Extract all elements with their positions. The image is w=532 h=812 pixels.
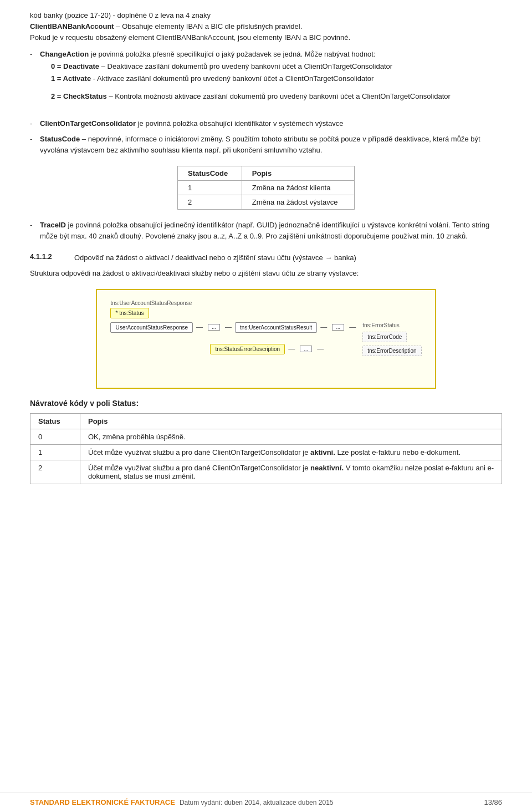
cot-label: ClientOnTargetConsolidator — [40, 119, 136, 128]
diag-arrow-5: — — [288, 345, 295, 353]
status-table-header-1: Popis — [242, 166, 354, 181]
big-row0-popis: OK, změna proběhla úspěšně. — [80, 429, 502, 444]
diag-right-block: tns:ErrorStatus tns:ErrorCode tns:ErrorD… — [362, 322, 421, 356]
diag-outer: UserAccountStatusResponse — ... — tns:Us… — [110, 322, 421, 361]
intro-line1: kód banky (pozice 17-20) - doplněné 0 z … — [30, 10, 502, 21]
structure-text: Struktura odpovědi na žádost o aktivaci/… — [30, 268, 502, 279]
section-title: Odpověď na žádost o aktivaci / deaktivac… — [74, 252, 356, 263]
big-row0-status: 0 — [30, 429, 80, 444]
page-content: kód banky (pozice 17-20) - doplněné 0 z … — [0, 0, 532, 527]
ca-item-0: 0 = Deactivate – Deaktivace zasílání dok… — [51, 60, 502, 73]
big-row1-aktivni: aktivní. — [310, 448, 335, 456]
ca-rest-0: – Deaktivace zasílání dokumentů pro uved… — [99, 62, 392, 70]
diag-arrow-4: — — [349, 323, 356, 331]
diagram-wrap: tns:UserAccountStatusResponse * tns:Stat… — [30, 289, 502, 389]
change-action-content: ChangeAction je povinná položka přesně s… — [40, 49, 502, 108]
status-table-row1-col0: 2 — [178, 195, 242, 210]
diag-connector-3: ... — [300, 346, 312, 352]
diag-chain-bottom: tns:StatusErrorDescription — ... — — [210, 344, 358, 354]
diag-error-desc: tns:ErrorDescription — [362, 346, 421, 356]
nav-kody-heading: Návratové kódy v poli Status: — [30, 399, 502, 408]
ca-rest-1: - Aktivace zasílání dokumentů pro uveden… — [91, 74, 374, 83]
table-row: 1 Účet může využívat službu a pro dané C… — [30, 444, 502, 460]
diag-arrow-3: — — [320, 323, 327, 331]
status-code-table: StatusCode Popis 1 Změna na žádost klien… — [177, 166, 355, 210]
table-row: 1 Změna na žádost klienta — [178, 181, 355, 195]
diagram-box: tns:UserAccountStatusResponse * tns:Stat… — [96, 289, 436, 389]
footer-center: Datum vydání: duben 2014, aktualizace du… — [180, 799, 480, 806]
diag-arrow-2: — — [225, 323, 232, 331]
diag-connector-1: ... — [208, 324, 220, 331]
ca-rest-2: – Kontrola možnosti aktivace zasílání do… — [107, 92, 451, 100]
statuscode-content: StatusCode – nepovinné, informace o inic… — [40, 134, 502, 156]
big-table-header-0: Status — [30, 413, 80, 429]
footer-right: 13/86 — [484, 798, 502, 806]
diag-node-uar: UserAccountStatusResponse — [110, 322, 193, 333]
footer-left: STANDARD ELEKTRONICKÉ FAKTURACE — [30, 798, 175, 806]
statuscode-bullet: - StatusCode – nepovinné, informace o in… — [30, 134, 502, 156]
diag-top-label: tns:UserAccountStatusResponse — [110, 300, 421, 306]
big-row2-status: 2 — [30, 460, 80, 484]
diag-error-status-label: tns:ErrorStatus — [362, 322, 421, 328]
ca-value-1: 1 = Activate — [51, 74, 91, 83]
diag-node-uasr: tns:UserAccountStatusResult — [235, 322, 317, 333]
diag-error-code: tns:ErrorCode — [362, 332, 407, 342]
diag-connector-2: ... — [332, 324, 344, 331]
bullet-dash-1: - — [30, 49, 40, 108]
traceid-rest: je povinná položka obsahující jedinečný … — [40, 221, 489, 240]
table-row: 2 Účet může využívat službu a pro dané C… — [30, 460, 502, 484]
bullet-dash-3: - — [30, 134, 40, 156]
traceid-label: TraceID — [40, 221, 66, 229]
hodnot-prefix: Může nabývat hodnot: — [305, 50, 376, 58]
big-row1-status: 1 — [30, 444, 80, 460]
cot-rest: je povinná položka obsahující identifiká… — [136, 119, 343, 128]
status-table-row1-col1: Změna na žádost výstavce — [242, 195, 354, 210]
cot-bullet: - ClientOnTargetConsolidator je povinná … — [30, 118, 502, 129]
change-action-desc: je povinná položka přesně specifikující … — [89, 50, 303, 58]
section-num: 4.1.1.2 — [30, 252, 61, 261]
diag-chain-top: UserAccountStatusResponse — ... — tns:Us… — [110, 322, 358, 333]
diag-node-sed: tns:StatusErrorDescription — [210, 344, 285, 354]
big-table-wrap: Status Popis 0 OK, změna proběhla úspěšn… — [30, 413, 502, 484]
bullet-dash-4: - — [30, 220, 40, 242]
intro-line3: Pokud je v requestu obsažený element Cli… — [30, 32, 502, 43]
status-table-row0-col1: Změna na žádost klienta — [242, 181, 354, 195]
big-row1-popis: Účet může využívat službu a pro dané Cli… — [80, 444, 502, 460]
footer: STANDARD ELEKTRONICKÉ FAKTURACE Datum vy… — [0, 792, 532, 812]
status-table-header-0: StatusCode — [178, 166, 242, 181]
diag-error-desc-row: tns:ErrorDescription — [362, 346, 421, 356]
change-action-bullet: - ChangeAction je povinná položka přesně… — [30, 49, 502, 108]
diag-error-code-row: tns:ErrorCode — [362, 332, 421, 342]
ca-value-0: 0 = Deactivate — [51, 62, 99, 70]
intro-block: kód banky (pozice 17-20) - doplněné 0 z … — [30, 10, 502, 43]
status-table-row0-col0: 1 — [178, 181, 242, 195]
statuscode-rest: – nepovinné, informace o iniciátorovi zm… — [40, 135, 480, 154]
table-row: 0 OK, změna proběhla úspěšně. — [30, 429, 502, 444]
diag-arrow-6: — — [317, 345, 324, 353]
intro-rest: – Obsahuje elementy IBAN a BIC dle přísl… — [114, 22, 303, 31]
intro-bold: ClientIBANBankAccount — [30, 22, 114, 31]
big-table-header-1: Popis — [80, 413, 502, 429]
change-action-label: ChangeAction — [40, 50, 89, 58]
big-row2-popis: Účet může využívat službu a pro dané Cli… — [80, 460, 502, 484]
ca-item-2: 2 = CheckStatus – Kontrola možnosti akti… — [51, 90, 502, 103]
table-row: 2 Změna na žádost výstavce — [178, 195, 355, 210]
bullet-dash-2: - — [30, 118, 40, 129]
traceid-content: TraceID je povinná položka obsahující je… — [40, 220, 502, 242]
cot-content: ClientOnTargetConsolidator je povinná po… — [40, 118, 502, 129]
intro-line2: ClientIBANBankAccount – Obsahuje element… — [30, 21, 502, 32]
section-4112: 4.1.1.2 Odpověď na žádost o aktivaci / d… — [30, 252, 502, 263]
change-action-items: 0 = Deactivate – Deaktivace zasílání dok… — [51, 60, 502, 103]
ca-value-2: 2 = CheckStatus — [51, 92, 107, 100]
ca-item-1: 1 = Activate - Aktivace zasílání dokumen… — [51, 73, 502, 85]
traceid-bullet: - TraceID je povinná položka obsahující … — [30, 220, 502, 242]
diag-status-node: * tns:Status — [110, 308, 149, 318]
status-table-wrap: StatusCode Popis 1 Změna na žádost klien… — [30, 166, 502, 210]
diag-arrow-1: — — [196, 323, 203, 331]
big-row2-neaktivni: neaktivní. — [310, 464, 344, 472]
status-big-table: Status Popis 0 OK, změna proběhla úspěšn… — [30, 413, 502, 484]
statuscode-label: StatusCode — [40, 135, 80, 143]
